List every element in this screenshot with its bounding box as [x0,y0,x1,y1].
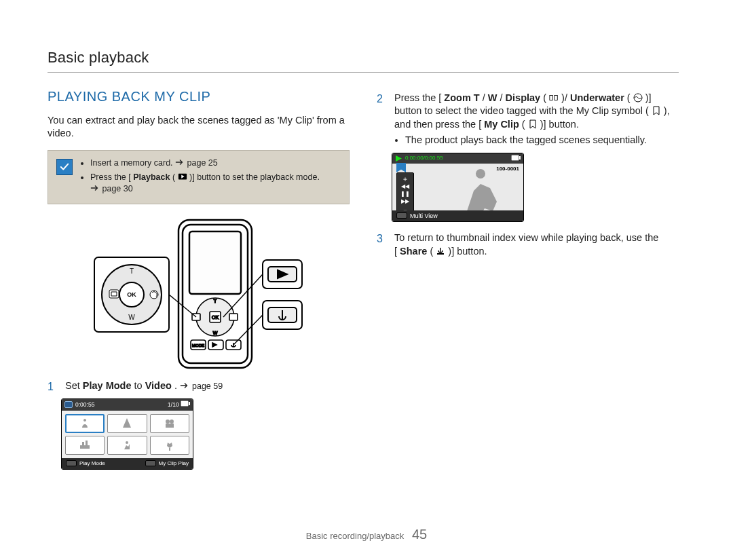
svg-rect-30 [189,402,190,405]
note-text: Insert a memory card. [90,158,175,168]
step-text: Press the [ Zoom T / W / Display ( )/ Un… [394,92,679,147]
note-box: Insert a memory card. page 25 Press the … [48,150,350,205]
svg-point-37 [126,441,128,444]
thumbnail [107,436,147,455]
svg-rect-45 [437,253,444,255]
multiview-label: Multi View [410,212,438,220]
screenshot-topbar: 0:00:55 1/10 [62,399,193,410]
svg-text:W: W [212,331,217,335]
page-footer: Basic recording/playback 45 [0,525,733,544]
section-title: PLAYING BACK MY CLIP [48,88,350,106]
thumbnail [107,414,147,433]
svg-rect-10 [189,231,241,294]
t-label: T [129,267,133,275]
page-ref: page 59 [192,381,223,391]
volume-up-icon: ＋ [398,174,412,184]
note-text: ( [172,172,175,182]
svg-text:MODE: MODE [192,343,204,348]
svg-rect-29 [181,400,189,407]
file-number: 100-0001 [496,166,519,173]
svg-point-44 [476,169,485,179]
note-text: )] button to set the playback mode. [189,172,320,182]
share-icon [436,246,445,256]
mode-softkey-icon [66,460,77,466]
screenshot-footer: Multi View [392,210,523,221]
thumbnail [65,414,105,433]
display-icon [549,93,559,102]
svg-text:W: W [128,314,135,321]
note-text: Press the [ [90,172,131,182]
playback-label: Playback [133,172,170,182]
step-number: 1 [48,379,58,394]
arrow-ref-icon [180,381,189,390]
page-ref: page 30 [102,184,132,193]
step-number: 2 [377,92,388,147]
svg-rect-6 [109,290,119,298]
arrow-ref-icon [175,157,185,167]
manual-page: Basic playback PLAYING BACK MY CLIP You … [0,0,733,560]
step-text: To return to thumbnail index view while … [394,231,658,258]
step-2: 2 Press the [ Zoom T / W / Display ( )/ … [377,92,679,147]
svg-rect-17 [229,314,238,320]
play-indicator-icon [395,155,402,162]
svg-rect-43 [519,156,521,160]
intro-text: You can extract and play back the scenes… [48,114,350,141]
note-item: Press the [ Playback ( )] button to set … [90,172,320,195]
screenshot-footer: Play Mode My Clip Play [62,458,193,470]
check-icon [56,159,73,175]
svg-rect-39 [550,95,552,100]
svg-rect-34 [80,445,90,449]
arrow-ref-icon [90,183,100,193]
svg-rect-36 [86,441,88,445]
svg-text:OK: OK [127,291,136,298]
myclip-tag-icon [652,106,661,115]
thumbnail [150,436,189,455]
right-column: 2 Press the [ Zoom T / W / Display ( )/ … [377,88,679,470]
myclip-bookmark-icon [396,163,406,172]
step-1: 1 Set Play Mode to Video . page 59 [48,379,350,394]
left-column: PLAYING BACK MY CLIP You can extract and… [48,88,350,470]
svg-text:T: T [213,299,217,303]
transport-icons: ◀◀ ❚❚ ▶▶ [398,183,412,205]
svg-rect-33 [166,424,174,428]
multiview-softkey-icon [396,212,407,219]
page-ref: page 25 [187,158,218,168]
playback-area: 0:00:00/0:00:55 ＋ ◀◀ ❚❚ ▶▶ － [392,153,523,221]
play-in-box-icon [178,172,187,181]
step-text: Set Play Mode to Video . page 59 [65,379,223,394]
step-3: 3 To return to thumbnail index view whil… [377,231,679,258]
note-item: Insert a memory card. page 25 [90,157,320,169]
step-bullet: The product plays back the tagged scenes… [405,134,679,147]
clip-counter: 1/10 [168,401,179,408]
page-number: 45 [412,527,427,542]
device-illustration: T W OK [48,217,350,373]
playback-screenshot: 0:00:00/0:00:55 ＋ ◀◀ ❚❚ ▶▶ － [392,153,524,222]
screenshot-topbar: 0:00:00/0:00:55 [392,153,523,164]
myclip-softkey-icon [145,460,156,466]
video-mode-icon [64,401,73,408]
svg-point-31 [166,419,170,424]
underwater-icon [633,93,643,102]
thumbnail-index-screenshot: 0:00:55 1/10 Play Mode [61,398,193,470]
clip-duration: 0:00:55 [75,401,94,409]
note-list: Insert a memory card. page 25 Press the … [79,157,320,198]
running-head: Basic playback [48,48,679,73]
svg-text:OK: OK [211,315,218,320]
svg-rect-38 [169,448,170,451]
thumbnail [150,414,189,433]
svg-rect-35 [82,442,84,445]
svg-rect-40 [555,95,557,100]
myclip-button-icon [528,119,538,129]
battery-icon [181,400,190,407]
step-number: 3 [377,231,388,258]
battery-icon [511,155,521,161]
footer-section-label: Basic recording/playback [306,531,405,541]
thumbnail-grid [62,411,193,458]
thumbnail [65,436,105,455]
svg-point-32 [170,419,174,424]
svg-rect-42 [511,155,519,161]
timecode: 0:00:00/0:00:55 [405,155,443,162]
